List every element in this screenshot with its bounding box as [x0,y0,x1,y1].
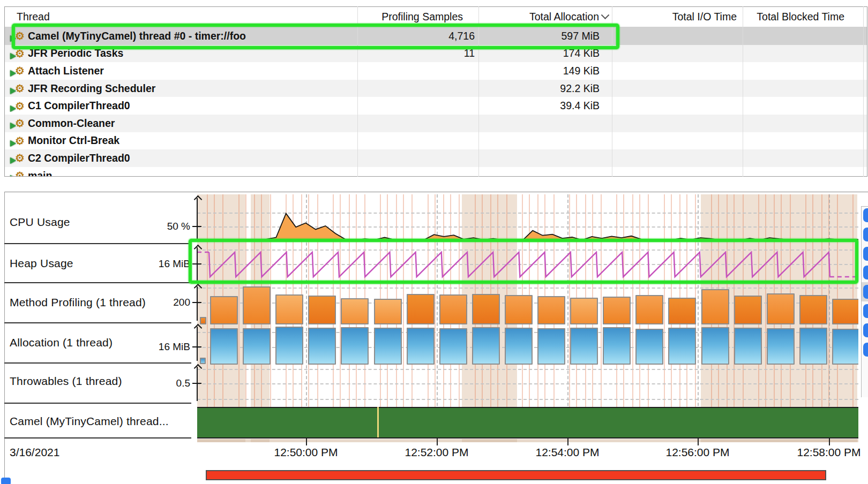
time-tick-label: 12:58:00 PM [781,446,861,459]
cell-total-allocation: 39.4 KiB [479,100,612,112]
y-axis-tick [192,302,201,303]
side-button[interactable] [863,266,868,279]
play-icon [10,53,16,59]
column-header-profiling-samples[interactable]: Profiling Samples [358,11,479,23]
thread-name: main [28,170,53,177]
axis-tick-value: 50 % [0,221,190,232]
method-profiling-bar [799,295,827,324]
timeline-range-scrollbar[interactable] [206,470,826,480]
thread-name: Common-Cleaner [28,117,115,130]
method-profiling-bar [505,295,533,324]
method-profiling-bar [210,296,238,324]
column-divider [743,6,743,177]
cell-total-allocation: 92.2 KiB [479,82,612,95]
axis-tick-value: 16 MiB [0,341,190,353]
gear-icon: ⚙ [15,83,25,94]
time-tick [567,438,568,445]
table-row[interactable]: ⚙Attach Listener149 KiB [5,62,867,80]
allocation-bar [505,328,533,365]
column-header-total-allocation[interactable]: Total Allocation [479,11,612,23]
time-tick-label: 12:54:00 PM [519,446,616,459]
axis-tick-value: 0.5 [0,377,190,389]
time-tick [829,438,830,445]
allocation-bar [341,327,369,365]
row-divider [4,437,191,438]
time-tick-label: 12:50:00 PM [258,446,354,459]
method-profiling-bar [407,294,435,324]
method-profiling-bar [308,296,336,324]
thread-name: Attach Listener [28,65,104,77]
sort-chevron-down-icon [601,11,610,19]
allocation-bar [210,328,238,365]
thread-name-cell: ⚙Attach Listener [5,65,358,77]
play-icon [10,105,16,112]
thread-name: C2 CompilerThread0 [28,152,130,164]
corner-button[interactable] [1,478,11,484]
method-profiling-bar [734,296,762,324]
chart-plot-area[interactable] [197,194,858,438]
time-tick [306,438,307,445]
side-button[interactable] [863,304,868,318]
allocation-bar [407,328,435,365]
time-tick [698,438,699,445]
method-profiling-bar [472,294,500,324]
side-button[interactable] [863,208,868,222]
thread-activity-lane [197,407,858,438]
side-button[interactable] [863,247,868,261]
method-profiling-bar [701,289,729,324]
allocation-bar [799,328,827,365]
time-tick [437,438,438,445]
column-header-total-io-time[interactable]: Total I/O Time [612,11,743,23]
method-profiling-bar [243,286,271,324]
side-button[interactable] [863,285,868,299]
row-divider [4,282,191,283]
table-row[interactable]: ⚙JFR Recording Scheduler92.2 KiB [5,80,867,97]
axis-band-segment [701,439,857,442]
lane-event-marker [377,407,379,437]
table-row[interactable]: ⚙C1 CompilerThread039.4 KiB [5,97,867,115]
allocation-bar [767,328,795,365]
gear-icon: ⚙ [15,135,25,146]
play-icon [10,88,16,94]
allocation-bar [603,327,631,365]
value-gridline [197,399,858,400]
row-divider [4,403,191,404]
row-divider [4,322,191,323]
table-row[interactable]: ⚙Monitor Ctrl-Break [5,132,867,150]
time-tick-label: 12:52:00 PM [388,446,485,459]
gear-icon: ⚙ [15,153,25,163]
axis-tick-value: 16 MiB [0,258,190,270]
table-row[interactable]: ⚙Common-Cleaner [5,115,867,132]
allocation-bar [701,327,729,365]
table-row[interactable]: ⚙main [5,167,867,177]
side-button[interactable] [863,323,868,337]
column-header-thread[interactable]: Thread [5,11,358,23]
method-profiling-bar [570,298,598,324]
thread-name: Monitor Ctrl-Break [28,134,119,147]
thread-name: C1 CompilerThread0 [28,100,130,112]
table-row[interactable]: ⚙C2 CompilerThread0 [5,149,867,167]
selected-row-annotation [12,24,619,49]
gear-icon: ⚙ [15,48,25,59]
method-profiling-bar [275,294,303,324]
thread-name-cell: ⚙Common-Cleaner [5,117,358,130]
allocation-bar [472,327,500,365]
allocation-bar [570,328,598,365]
side-button[interactable] [863,228,868,241]
axis-band-segment [251,439,270,442]
y-axis-tick [192,383,201,384]
thread-name-cell: ⚙C2 CompilerThread0 [5,152,358,164]
gear-icon: ⚙ [15,65,25,76]
side-button[interactable] [863,343,868,357]
axis-band-strip [197,439,858,442]
row-label-camel-mytinycamel-thread[interactable]: Camel (MyTinyCamel) thread... [10,415,169,428]
allocation-bar [308,328,336,365]
allocation-bar [537,328,565,365]
time-axis-line [197,437,858,438]
method-profiling-bar [635,295,663,324]
axis-tick-value: 200 [0,297,190,308]
time-tick-label: 12:56:00 PM [649,446,746,459]
y-axis-tick [192,346,201,347]
column-header-total-allocation-label: Total Allocation [529,11,599,22]
column-header-total-blocked-time[interactable]: Total Blocked Time [743,11,867,23]
